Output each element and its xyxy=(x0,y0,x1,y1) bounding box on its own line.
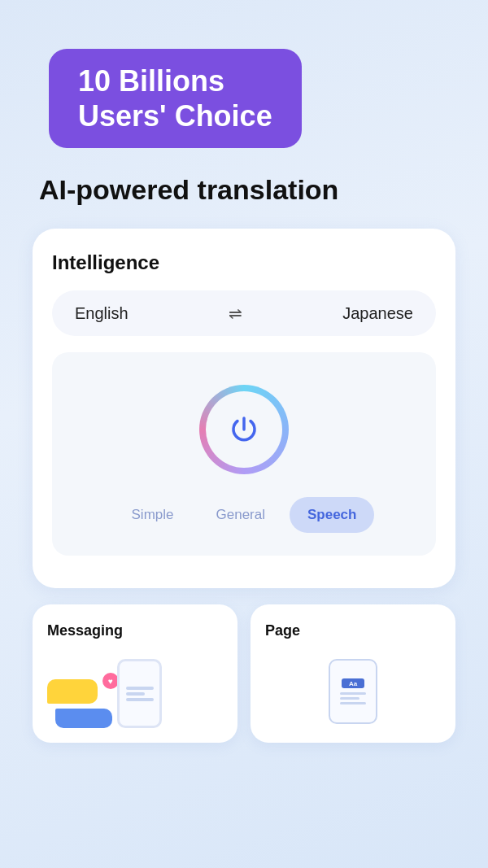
messaging-card: Messaging ♥ xyxy=(33,604,237,743)
hero-badge: 10 Billions Users' Choice xyxy=(49,49,302,148)
page-illustration: Aa xyxy=(265,659,441,724)
phone-line-3 xyxy=(126,698,154,701)
yellow-bubble-container: ♥ xyxy=(47,679,112,704)
mode-buttons: Simple General Speech xyxy=(114,497,375,533)
page-aa-badge: Aa xyxy=(342,678,364,688)
mode-simple-button[interactable]: Simple xyxy=(114,497,192,533)
yellow-bubble xyxy=(47,679,98,704)
page-line-2 xyxy=(340,697,359,700)
main-tagline: AI-powered translation xyxy=(33,174,455,206)
card-title: Intelligence xyxy=(52,251,436,274)
notif-heart-icon: ♥ xyxy=(108,677,113,686)
page-phone-frame: Aa xyxy=(329,659,377,724)
hero-badge-line1: 10 Billions xyxy=(78,63,272,98)
notif-badge: ♥ xyxy=(102,673,119,689)
lang-to-label: Japanese xyxy=(342,304,413,323)
messaging-phone-frame xyxy=(117,659,162,728)
language-selector[interactable]: English ⇌ Japanese xyxy=(52,290,436,336)
power-ring[interactable] xyxy=(199,385,289,474)
power-ring-inner xyxy=(206,391,282,468)
power-area: Simple General Speech xyxy=(52,352,436,556)
lang-from-label: English xyxy=(75,304,129,323)
phone-line-1 xyxy=(126,687,154,690)
bottom-cards: Messaging ♥ xyxy=(33,604,455,743)
page-card: Page Aa xyxy=(251,604,455,743)
swap-icon[interactable]: ⇌ xyxy=(229,303,242,323)
power-icon xyxy=(227,412,261,447)
page-aa-text: Aa xyxy=(349,680,357,687)
page-card-title: Page xyxy=(265,622,300,639)
messaging-illustration: ♥ xyxy=(47,659,162,728)
page-text-lines xyxy=(340,692,366,704)
page-line-3 xyxy=(340,702,366,704)
page-line-1 xyxy=(340,692,366,695)
bubble-group: ♥ xyxy=(47,679,112,728)
page-wrapper: 10 Billions Users' Choice AI-powered tra… xyxy=(0,0,488,868)
main-card: Intelligence English ⇌ Japanese Simple G… xyxy=(33,229,455,588)
phone-lines xyxy=(126,687,154,701)
mode-speech-button[interactable]: Speech xyxy=(290,497,374,533)
hero-badge-line2: Users' Choice xyxy=(78,98,272,133)
blue-bubble xyxy=(55,709,112,728)
phone-line-2 xyxy=(126,692,146,696)
messaging-card-title: Messaging xyxy=(47,622,123,639)
mode-general-button[interactable]: General xyxy=(198,497,283,533)
